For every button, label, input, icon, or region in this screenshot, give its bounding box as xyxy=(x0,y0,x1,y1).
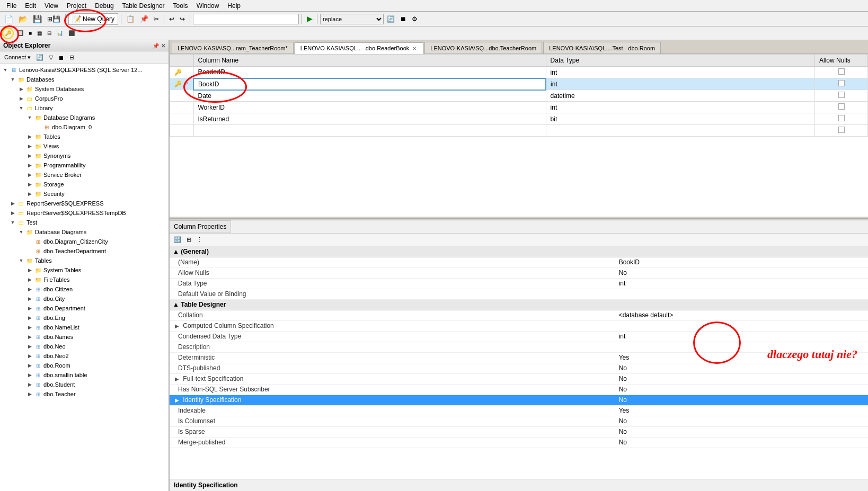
menu-view[interactable]: View xyxy=(40,1,63,11)
tree-library-synonyms[interactable]: ▶ 📁 Synonyms xyxy=(0,151,169,160)
tree-dbo-neo[interactable]: ▶ ⊞ dbo.Neo xyxy=(0,342,169,351)
nulls-checkbox[interactable] xyxy=(838,68,845,75)
col-props-alphabetical-btn[interactable]: 🔠 xyxy=(172,234,183,246)
prop-computed-row[interactable]: ▶ Computed Column Specification xyxy=(170,320,868,331)
nulls-checkbox[interactable] xyxy=(838,127,845,133)
tree-dbo-teacher[interactable]: ▶ ⊞ dbo.Teacher xyxy=(0,389,169,399)
save-button[interactable]: 💾 xyxy=(31,13,44,25)
secondary-icon-1[interactable]: 🔑 xyxy=(2,28,14,39)
tab-readerbook-close[interactable]: ✕ xyxy=(411,46,418,51)
menu-project[interactable]: Project xyxy=(63,1,91,11)
tab-teacherroom2[interactable]: LENOVO-KASIA\SQ...dbo.TeacherRoom xyxy=(424,42,542,53)
prop-fulltext-row[interactable]: ▶ Full-text Specification No xyxy=(170,373,868,384)
tree-dbo-diagram-0[interactable]: ⊞ dbo.Diagram_0 xyxy=(0,122,169,132)
col-props-tab[interactable]: Column Properties xyxy=(170,220,231,233)
tree-library-views[interactable]: ▶ 📁 Views xyxy=(0,141,169,151)
tree-library-db-diagrams[interactable]: ▼ 📁 Database Diagrams xyxy=(0,113,169,122)
tree-corpuspro[interactable]: ▶ 🗃 CorpusPro xyxy=(0,94,169,103)
refresh-button[interactable]: 🔄 xyxy=(385,13,397,25)
new-query-button[interactable]: 📝 New Query xyxy=(68,13,118,25)
tree-dbo-names[interactable]: ▶ ⊞ dbo.Names xyxy=(0,332,169,342)
nulls-checkbox[interactable] xyxy=(838,80,845,86)
tree-test-tables[interactable]: ▼ 📁 Tables xyxy=(0,256,169,265)
nulls-checkbox[interactable] xyxy=(838,103,845,110)
tree-dbo-city[interactable]: ▶ ⊞ dbo.City xyxy=(0,294,169,303)
nulls-checkbox[interactable] xyxy=(838,92,845,98)
tree-library-storage[interactable]: ▶ 📁 Storage xyxy=(0,180,169,189)
close-oe-icon[interactable]: ✕ xyxy=(161,43,165,49)
tab-room[interactable]: LENOVO-KASIA\SQL....Test - dbo.Room xyxy=(543,42,661,53)
undo-button[interactable]: ↩ xyxy=(167,13,176,25)
menu-help[interactable]: Help xyxy=(223,1,245,11)
database-selector[interactable] xyxy=(193,14,299,24)
tree-system-tables[interactable]: ▶ 📁 System Tables xyxy=(0,265,169,275)
tree-dbo-student[interactable]: ▶ ⊞ dbo.Student xyxy=(0,380,169,389)
table-row[interactable]: Date datetime xyxy=(170,90,868,102)
tab-teacherroom[interactable]: LENOVO-KASIA\SQ...ram_TeacherRoom* xyxy=(172,42,294,53)
pin-icon[interactable]: 📌 xyxy=(153,43,159,49)
open-button[interactable]: 📂 xyxy=(16,13,30,25)
col-props-categorized-btn[interactable]: ⊞ xyxy=(184,234,193,246)
execute-button[interactable]: ▶ xyxy=(305,13,314,25)
tree-library-security[interactable]: ▶ 📁 Security xyxy=(0,189,169,199)
oe-filter-button[interactable]: ▽ xyxy=(47,52,55,64)
connect-button[interactable]: Connect ▾ xyxy=(2,52,33,64)
tree-library[interactable]: ▼ 🗃 Library xyxy=(0,103,169,113)
tree-dbo-teacherdepartment[interactable]: ⊞ dbo.TeacherDepartment xyxy=(0,246,169,256)
table-row[interactable]: 🔑 ↗ BookID int xyxy=(170,78,868,90)
tree-dbo-citizen[interactable]: ▶ ⊞ dbo.Citizen xyxy=(0,284,169,294)
tree-dbo-neo2[interactable]: ▶ ⊞ dbo.Neo2 xyxy=(0,351,169,361)
tree-system-databases[interactable]: ▶ 📁 System Databases xyxy=(0,84,169,94)
menu-file[interactable]: File xyxy=(2,1,21,11)
new-file-button[interactable]: 📄 xyxy=(2,13,15,25)
tab-readerbook[interactable]: LENOVO-KASIA\SQL...- dbo.ReaderBook ✕ xyxy=(295,42,423,54)
tree-library-programmability[interactable]: ▶ 📁 Programmability xyxy=(0,160,169,170)
save-all-button[interactable]: ⊞💾 xyxy=(45,13,63,25)
tree-library-service-broker[interactable]: ▶ 📁 Service Broker xyxy=(0,170,169,180)
paste-button[interactable]: 📌 xyxy=(138,13,150,25)
tree-dbo-department[interactable]: ▶ ⊞ dbo.Department xyxy=(0,303,169,313)
table-row[interactable] xyxy=(170,125,868,137)
menu-edit[interactable]: Edit xyxy=(21,1,40,11)
settings-button[interactable]: ⚙ xyxy=(410,13,420,25)
secondary-icon-3[interactable]: ■ xyxy=(26,28,34,39)
secondary-icon-5[interactable]: ⊟ xyxy=(45,28,54,39)
table-row[interactable]: IsReturned bit xyxy=(170,113,868,125)
secondary-icon-7[interactable]: ⬛ xyxy=(66,28,77,39)
table-row[interactable]: 🔑 ReaderID int xyxy=(170,67,868,78)
tree-file-tables[interactable]: ▶ 📁 FileTables xyxy=(0,275,169,284)
cut-button[interactable]: ✂ xyxy=(152,13,161,25)
col-props-sort-btn[interactable]: ⋮ xyxy=(194,234,205,246)
oe-stop-button[interactable]: ⏹ xyxy=(56,52,66,64)
menu-window[interactable]: Window xyxy=(192,1,224,11)
tree-dbo-smallin-table[interactable]: ▶ ⊞ dbo.smallin table xyxy=(0,370,169,380)
copy-button[interactable]: 📋 xyxy=(124,13,137,25)
stop-button[interactable]: ⏹ xyxy=(398,13,409,25)
nulls-checkbox[interactable] xyxy=(838,115,845,121)
tree-dbo-diagram-citizencity[interactable]: ⊞ dbo.Diagram_CitizenCity xyxy=(0,237,169,246)
menu-tools[interactable]: Tools xyxy=(169,1,192,11)
secondary-icon-2[interactable]: 🔲 xyxy=(15,28,25,39)
prop-identity-row[interactable]: ▶ Identity Specification No xyxy=(170,395,868,405)
menu-debug[interactable]: Debug xyxy=(91,1,118,11)
tree-server[interactable]: ▼ 🖥 Lenovo-Kasia\SQLEXPRESS (SQL Server … xyxy=(0,65,169,75)
section-general[interactable]: ▲ (General) xyxy=(170,246,868,257)
tree-dbo-eng[interactable]: ▶ ⊞ dbo.Eng xyxy=(0,313,169,323)
table-row[interactable]: WorkerID int xyxy=(170,102,868,113)
redo-button[interactable]: ↪ xyxy=(178,13,187,25)
tree-reportserver-tempdb[interactable]: ▶ 🗃 ReportServer$SQLEXPRESSTempDB xyxy=(0,208,169,218)
tree-databases[interactable]: ▼ 📁 Databases xyxy=(0,75,169,84)
secondary-icon-6[interactable]: 📊 xyxy=(55,28,65,39)
tree-test[interactable]: ▼ 🗃 Test xyxy=(0,218,169,227)
tree-reportserver[interactable]: ▶ 🗃 ReportServer$SQLEXPRESS xyxy=(0,199,169,208)
tree-library-tables[interactable]: ▶ 📁 Tables xyxy=(0,132,169,141)
tree-dbo-namelist[interactable]: ▶ ⊞ dbo.NameList xyxy=(0,323,169,332)
oe-refresh-button[interactable]: 🔄 xyxy=(34,52,46,64)
tree-dbo-room[interactable]: ▶ ⊞ dbo.Room xyxy=(0,361,169,370)
secondary-icon-4[interactable]: ▦ xyxy=(35,28,44,39)
section-table-designer[interactable]: ▲ Table Designer xyxy=(170,299,868,310)
oe-collapse-button[interactable]: ⊟ xyxy=(67,52,76,64)
replace-select[interactable]: replace xyxy=(320,14,384,24)
tree-test-db-diagrams[interactable]: ▼ 📁 Database Diagrams xyxy=(0,227,169,237)
menu-table-designer[interactable]: Table Designer xyxy=(118,1,169,11)
